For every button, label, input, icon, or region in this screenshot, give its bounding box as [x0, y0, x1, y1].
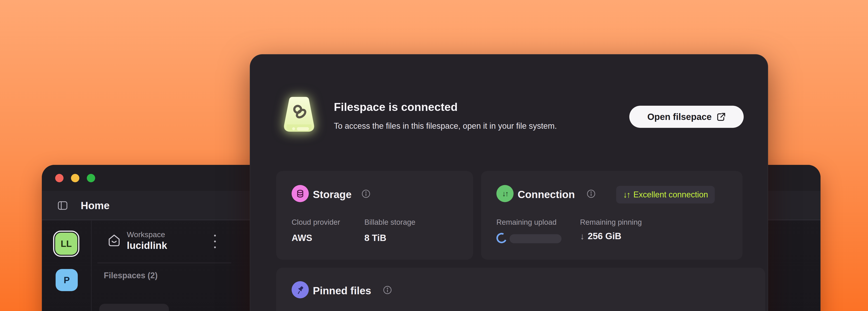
updown-glyph: ↓↑ [502, 190, 508, 197]
pinned-files-card: Pinned files [276, 268, 765, 311]
desktop-background: Home LL P Workspace [0, 0, 868, 311]
upload-value-skeleton [509, 234, 561, 243]
info-icon[interactable] [586, 189, 596, 199]
cloud-provider-value: AWS [291, 233, 312, 243]
page-title: Home [81, 191, 110, 220]
workspace-name: lucidlink [127, 240, 167, 251]
sidebar-toggle-icon[interactable] [58, 201, 68, 210]
workspace-label: Workspace [127, 230, 167, 239]
minimize-button[interactable] [71, 174, 79, 182]
close-button[interactable] [55, 174, 64, 182]
connection-status-text: Excellent connection [633, 190, 708, 200]
upload-loading-spinner [495, 232, 508, 245]
connection-card: ↓↑ Connection ↓↑ Excellent connection Re… [481, 171, 743, 260]
external-link-icon [716, 112, 725, 122]
open-filespace-button[interactable]: Open filsepace [629, 106, 744, 128]
open-filespace-button-label: Open filsepace [647, 112, 712, 122]
storage-card: Storage Cloud provider Billable storage … [276, 171, 473, 260]
remaining-pinning-value-row: ↓ 256 GiB [580, 231, 621, 241]
kebab-menu-icon[interactable] [211, 235, 219, 248]
connection-card-title: Connection [518, 188, 575, 201]
zoom-button[interactable] [87, 174, 95, 182]
filespace-status-panel: Filespace is connected To access the fil… [250, 54, 768, 311]
workspace-rail: LL P [42, 221, 92, 311]
workspace-home-icon [108, 234, 121, 247]
billable-storage-value: 8 TiB [364, 233, 386, 243]
workspace-avatar-selected[interactable]: LL [53, 231, 79, 257]
updown-arrows-lime-icon: ↓↑ [623, 191, 630, 199]
filespace-list-item[interactable] [99, 304, 169, 311]
connection-status-badge: ↓↑ Excellent connection [616, 186, 715, 204]
database-icon [291, 185, 309, 202]
hero-subtitle: To access the files in this filespace, o… [334, 121, 557, 131]
remaining-upload-label: Remaining upload [496, 218, 557, 227]
remaining-pinning-value: 256 GiB [588, 231, 621, 241]
cloud-provider-label: Cloud provider [291, 218, 340, 227]
down-arrow-icon: ↓ [580, 232, 585, 241]
info-icon[interactable] [382, 285, 393, 295]
remaining-pinning-label: Remaining pinning [580, 218, 642, 227]
storage-card-title: Storage [313, 188, 351, 201]
workspace-avatar-secondary[interactable]: P [56, 269, 78, 291]
info-icon[interactable] [361, 189, 371, 199]
sidebar-divider [97, 263, 231, 263]
hero-title: Filespace is connected [334, 101, 458, 114]
filespaces-section-label: Filespaces (2) [104, 271, 158, 280]
updown-arrows-icon: ↓↑ [496, 185, 514, 202]
billable-storage-label: Billable storage [364, 218, 415, 227]
workspace-row[interactable]: Workspace lucidlink [108, 230, 167, 251]
pushpin-icon [291, 281, 309, 298]
avatar: LL [55, 233, 77, 255]
pinned-files-card-title: Pinned files [313, 284, 371, 297]
filespace-drive-icon [282, 96, 316, 135]
